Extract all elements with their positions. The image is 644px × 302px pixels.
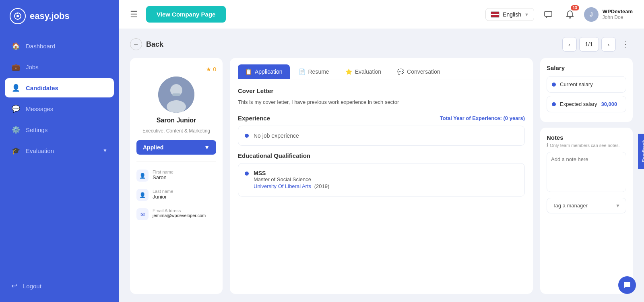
notes-subtitle: ℹ Only team members can see notes. — [547, 143, 626, 148]
current-salary-label: Current salary — [560, 81, 593, 87]
education-title: Educational Qualification — [238, 152, 525, 159]
hamburger-icon[interactable]: ☰ — [130, 9, 138, 20]
tab-conversation[interactable]: 💬 Conversation — [390, 64, 448, 79]
expected-salary-label: Expected salary — [560, 101, 597, 107]
topbar: ☰ View Company Page English ▼ 13 J WPDev… — [119, 0, 644, 29]
brand-logo[interactable]: easy.jobs — [0, 0, 119, 32]
cover-letter-text: This is my cover letter, I have previous… — [238, 98, 525, 107]
star-rating: ★ 0 — [206, 66, 216, 72]
evaluation-tab-icon: ⭐ — [345, 68, 352, 75]
sidebar-item-jobs[interactable]: 💼 Jobs — [5, 57, 114, 77]
feedback-tab[interactable]: Feedback — [638, 133, 644, 168]
edu-degree: MSS — [254, 170, 329, 176]
no-experience: No job experience — [245, 132, 518, 139]
more-options-button[interactable]: ⋮ — [618, 37, 633, 52]
education-card: MSS Master of Social Science University … — [238, 163, 525, 197]
sidebar-item-messages[interactable]: 💬 Messages — [5, 99, 114, 118]
sidebar-item-dashboard[interactable]: 🏠 Dashboard — [5, 36, 114, 56]
email-row: ✉ Email Address jemima@wpdeveloper.com — [136, 207, 216, 222]
svg-rect-7 — [172, 93, 180, 96]
next-page-button[interactable]: › — [601, 37, 616, 52]
email-value: jemima@wpdeveloper.com — [153, 213, 206, 218]
notification-badge: 13 — [571, 5, 579, 10]
tab-application[interactable]: 📋 Application — [238, 64, 290, 79]
svg-rect-3 — [545, 11, 552, 17]
logout-label: Logout — [23, 283, 41, 290]
conversation-tab-icon: 💬 — [397, 68, 404, 75]
evaluation-icon: 🎓 — [11, 146, 20, 155]
user-info[interactable]: J WPDevteam John Doe — [584, 7, 633, 22]
chat-icon-button[interactable] — [541, 7, 556, 22]
user-company: WPDevteam — [603, 8, 633, 14]
first-name-row: 👤 First name Saron — [136, 168, 216, 183]
flag-icon — [491, 11, 500, 18]
tab-resume[interactable]: 📄 Resume — [291, 64, 336, 79]
note-textarea[interactable] — [547, 152, 626, 192]
edu-bullet-dot — [245, 172, 249, 176]
sidebar-item-label: Evaluation — [26, 147, 54, 154]
last-name-row: 👤 Last name Junior — [136, 187, 216, 203]
sidebar-item-settings[interactable]: ⚙️ Settings — [5, 120, 114, 139]
resume-tab-label: Resume — [308, 68, 329, 75]
expected-salary-amount: 30,000 — [601, 101, 617, 107]
experience-card: No job experience — [238, 126, 525, 146]
language-selector[interactable]: English ▼ — [485, 8, 534, 21]
logout-button[interactable]: ↩ Logout — [0, 276, 119, 296]
page-number: 1/1 — [579, 37, 599, 52]
jobs-icon: 💼 — [11, 62, 20, 71]
last-name-label: Last name — [153, 189, 173, 194]
resume-tab-icon: 📄 — [299, 68, 305, 75]
bullet-dot — [245, 134, 249, 138]
application-tab-icon: 📋 — [245, 68, 252, 75]
sidebar-item-label: Messages — [26, 105, 53, 112]
salary-panel: Salary Current salary Expected salary 30… — [540, 58, 633, 122]
star-count: 0 — [213, 66, 216, 72]
profile-panel: ★ 0 Saron Junior Executive, Content & Ma… — [130, 58, 223, 294]
first-name-label: First name — [153, 170, 173, 174]
tag-manager-label: Tag a manager — [553, 203, 588, 209]
tag-manager-chevron-icon: ▼ — [615, 203, 620, 209]
edu-university-link[interactable]: University Of Liberal Arts — [254, 183, 313, 189]
last-name-value: Junior — [153, 194, 173, 200]
application-tab-label: Application — [255, 68, 283, 75]
expected-salary-item: Expected salary 30,000 — [547, 96, 626, 112]
person-last-icon: 👤 — [136, 189, 149, 201]
tab-evaluation[interactable]: ⭐ Evaluation — [338, 64, 388, 79]
prev-page-button[interactable]: ‹ — [562, 37, 577, 52]
candidate-title: Executive, Content & Marketing — [142, 128, 210, 134]
experience-years-value: (0 years) — [504, 115, 525, 121]
back-button[interactable]: ← Back — [130, 38, 163, 50]
sidebar-item-evaluation[interactable]: 🎓 Evaluation ▼ — [5, 141, 114, 160]
middle-panel: 📋 Application 📄 Resume ⭐ Evaluation 💬 Co… — [230, 58, 533, 294]
topbar-right: English ▼ 13 J WPDevteam John Doe — [485, 7, 633, 22]
svg-point-1 — [17, 15, 19, 17]
status-dropdown[interactable]: Applied ▼ — [136, 140, 216, 155]
svg-point-6 — [167, 100, 186, 113]
logo-icon — [10, 8, 26, 24]
tag-manager-dropdown[interactable]: Tag a manager ▼ — [547, 198, 626, 213]
person-icon: 👤 — [136, 170, 149, 182]
tabs-row: 📋 Application 📄 Resume ⭐ Evaluation 💬 Co… — [230, 58, 533, 79]
sidebar-nav: 🏠 Dashboard 💼 Jobs 👤 Candidates 💬 Messag… — [0, 32, 119, 276]
email-icon: ✉ — [136, 208, 149, 220]
view-company-button[interactable]: View Company Page — [146, 6, 226, 23]
salary-title: Salary — [547, 64, 626, 71]
current-salary-item: Current salary — [547, 76, 626, 93]
language-label: English — [503, 11, 521, 18]
experience-header: Experience Total Year of Experience: (0 … — [238, 115, 525, 122]
no-exp-text: No job experience — [254, 132, 299, 139]
edu-field: Master of Social Science — [254, 176, 329, 182]
right-panel: Salary Current salary Expected salary 30… — [540, 58, 633, 294]
back-arrow-icon: ← — [130, 38, 142, 50]
back-bar: ← Back ‹ 1/1 › ⋮ — [130, 37, 633, 52]
status-label: Applied — [143, 144, 163, 151]
edu-year: (2019) — [314, 183, 330, 189]
notifications-button[interactable]: 13 — [562, 7, 578, 22]
sidebar: easy.jobs 🏠 Dashboard 💼 Jobs 👤 Candidate… — [0, 0, 119, 302]
chevron-down-icon: ▼ — [103, 148, 107, 153]
pagination-controls: ‹ 1/1 › ⋮ — [562, 37, 633, 52]
sidebar-item-candidates[interactable]: 👤 Candidates — [5, 78, 114, 97]
info-circle-icon: ℹ — [547, 143, 548, 148]
tab-content: Cover Letter This is my cover letter, I … — [230, 79, 533, 294]
chat-bubble-button[interactable] — [618, 276, 636, 294]
